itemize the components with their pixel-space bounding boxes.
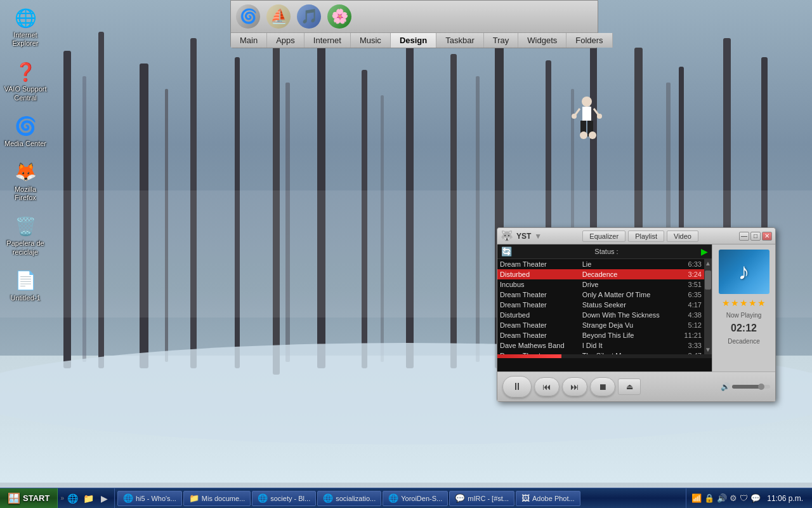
toolbar-icon-flower[interactable]: 🌸 [326,3,353,30]
playlist-row[interactable]: Dream Theater Strange Deja Vu 5:12 [497,320,704,330]
player-body: 🔄 Status : ▶ ▲ ▼ Dream Theater Lie 6:33 … [497,244,775,371]
playlist-artist: Incubus [497,279,580,290]
taskbar: 🪟 START » 🌐 📁 ▶ 🌐hi5 - Who's...📁Mis docu… [0,488,812,508]
toolbar-tab-apps[interactable]: Apps [267,33,304,48]
toolbar-icon-spiral[interactable]: 🌀 [235,3,261,30]
player-tab-video[interactable]: Video [667,231,698,242]
svg-rect-29 [582,107,591,121]
star-5[interactable]: ★ [757,298,766,308]
playlist-row[interactable]: Dave Mathews Band I Did It 3:33 [497,340,704,351]
desktop-icon-untitled[interactable]: 📄 Untitled-1 [3,269,48,302]
taskbar-item-label: Mis docume... [202,495,245,502]
spinner-icon: 🔄 [501,246,512,257]
toolbar-tab-internet[interactable]: Internet [304,33,351,48]
playlist-track: Lie [580,259,678,269]
player-minimize-btn[interactable]: — [739,232,749,241]
player-tab-equalizer[interactable]: Equalizer [582,231,625,242]
playlist-artist: Disturbed [497,310,580,320]
star-3[interactable]: ★ [740,298,748,308]
playlist-scroll[interactable]: ▲ ▼ Dream Theater Lie 6:33 Disturbed Dec… [497,259,712,354]
taskbar-item[interactable]: 💬mIRC - [#st... [449,491,514,506]
volume-thumb[interactable] [758,384,764,390]
toolbar-tab-folders[interactable]: Folders [566,33,612,48]
playlist-row[interactable]: Disturbed Decadence 3:24 [497,269,704,279]
toolbar-tab-main[interactable]: Main [231,33,267,48]
toolbar-tab-design[interactable]: Design [391,33,436,48]
toolbar-icon-ship[interactable]: ⛵ [265,3,292,30]
star-2[interactable]: ★ [731,298,739,308]
player-title-text: YST [516,232,531,241]
taskbar-item-label: socializatio... [336,495,376,502]
volume-slider[interactable] [732,385,770,389]
player-titlebar: 🐺 YST ▼ EqualizerPlaylistVideo — □ ✕ [497,228,775,244]
playlist-duration: 5:12 [678,320,704,330]
tray-icon-1[interactable]: 📶 [691,493,702,503]
start-button[interactable]: 🪟 START [0,488,58,508]
desktop-icon-vaio[interactable]: ❓ VAIO Support Central [3,60,48,102]
playlist-duration: 4:17 [678,300,704,310]
quick-expand-arrow[interactable]: » [60,495,64,502]
quick-browser-icon[interactable]: 🌐 [66,491,80,505]
tray-icon-6[interactable]: 💬 [750,493,761,503]
player-tab-playlist[interactable]: Playlist [628,231,664,242]
toolbar-tab-tray[interactable]: Tray [484,33,519,48]
taskbar-item[interactable]: 📁Mis docume... [183,491,251,506]
playlist-artist: Dave Mathews Band [497,340,580,351]
playlist-row[interactable]: Dream Theater Only A Matter Of Time 6:35 [497,290,704,300]
toolbar-icon-area: 🌀 ⛵ 🎵 🌸 [231,1,598,33]
desktop-icon-recycle[interactable]: 🗑️ Papelera de reciclaje [3,215,48,256]
playlist-row[interactable]: Disturbed Down With The Sickness 4:38 [497,310,704,320]
svg-point-28 [582,97,592,107]
pause-btn[interactable]: ⏸ [502,376,532,398]
playlist-row[interactable]: Dream Theater Lie 6:33 [497,259,704,269]
taskbar-item[interactable]: 🌐socializatio... [317,491,381,506]
tray-icon-4[interactable]: ⚙ [730,493,737,503]
playlist-track: Beyond This Life [580,330,678,340]
desktop-icon-firefox[interactable]: 🦊 Mozilla Firefox [3,161,48,202]
toolbar-tab-taskbar[interactable]: Taskbar [436,33,484,48]
tray-icon-2[interactable]: 🔒 [704,493,714,503]
tray-icon-3[interactable]: 🔊 [717,493,727,503]
desktop-icon-mediacenter[interactable]: 🌀 Media Center [3,115,48,148]
playlist-row[interactable]: Dream Theater Beyond This Life 11:21 [497,330,704,340]
next-btn[interactable]: ⏭ [562,377,587,396]
desktop: 🌐 Internet Explorer ❓ VAIO Support Centr… [0,0,812,508]
quick-folder-icon[interactable]: 📁 [82,491,96,505]
playlist-header: 🔄 Status : ▶ [497,244,712,259]
stop-btn[interactable]: ⏹ [590,377,615,396]
playlist-scrollbar[interactable]: ▲ ▼ [704,259,712,354]
taskbar-item[interactable]: 🌐society - Bl... [252,491,316,506]
toolbar-icon-studio[interactable]: 🎵 [296,3,322,30]
playlist-play-btn[interactable]: ▶ [701,246,708,257]
prev-btn[interactable]: ⏮ [534,377,560,396]
seekbar[interactable] [497,354,712,358]
playlist-row[interactable]: Dream Theater Status Seeker 4:17 [497,300,704,310]
playlist-duration: 11:21 [678,330,704,340]
scroll-down-arrow[interactable]: ▼ [705,345,711,354]
playlist-row[interactable]: Incubus Drive 3:51 [497,279,704,290]
eject-btn[interactable]: ⏏ [618,378,641,395]
toolbar-tab-music[interactable]: Music [351,33,391,48]
playlist-duration: 4:38 [678,310,704,320]
tray-icon-5[interactable]: 🛡 [740,493,748,503]
desktop-icon-ie[interactable]: 🌐 Internet Explorer [3,6,48,48]
scroll-thumb[interactable] [705,271,711,290]
star-rating[interactable]: ★★★★★ [722,298,766,308]
playlist-table: Dream Theater Lie 6:33 Disturbed Decaden… [497,259,704,354]
system-tray: 📶 🔒 🔊 ⚙ 🛡 💬 11:06 p.m. [686,488,812,508]
taskbar-item[interactable]: 🌐hi5 - Who's... [117,491,182,506]
taskbar-item[interactable]: 🌐YoroiDen-S... [383,491,448,506]
taskbar-item[interactable]: 🖼Adobe Phot... [516,491,580,506]
track-name: Decadence [728,338,760,345]
desktop-icons: 🌐 Internet Explorer ❓ VAIO Support Centr… [3,6,48,302]
quick-media-icon[interactable]: ▶ [98,491,112,505]
player-close-btn[interactable]: ✕ [762,232,772,241]
svg-point-35 [597,114,602,119]
star-4[interactable]: ★ [749,298,757,308]
player-dropdown-arrow[interactable]: ▼ [534,232,542,241]
toolbar-tab-widgets[interactable]: Widgets [518,33,566,48]
scroll-up-arrow[interactable]: ▲ [705,259,711,268]
star-1[interactable]: ★ [722,298,730,308]
player-restore-btn[interactable]: □ [750,232,761,241]
desktop-icon-label-recycle: Papelera de reciclaje [3,239,48,256]
